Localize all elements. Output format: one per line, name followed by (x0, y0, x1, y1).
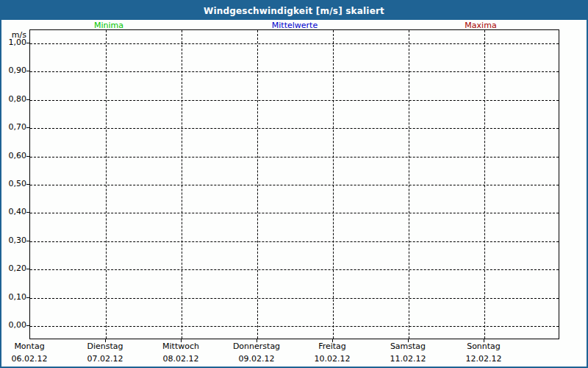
gridline-horizontal (30, 185, 559, 185)
y-axis-tick (26, 127, 29, 128)
gridline-horizontal (30, 213, 559, 213)
x-category-label: Dienstag07.02.12 (87, 341, 123, 365)
y-tick-label: 0,70 (1, 122, 26, 132)
gridline-horizontal (30, 298, 559, 299)
y-tick-label: 0,30 (1, 236, 26, 245)
x-date-label: 08.02.12 (162, 353, 199, 365)
x-date-label: 07.02.12 (87, 353, 123, 365)
x-axis-tick (257, 339, 257, 342)
gridline-vertical (484, 30, 485, 339)
y-axis-tick (26, 297, 29, 298)
x-category-label: Mittwoch08.02.12 (162, 341, 199, 365)
gridline-horizontal (30, 128, 559, 129)
x-date-label: 10.02.12 (315, 353, 351, 365)
y-axis-tick (26, 241, 29, 241)
gridline-horizontal (30, 71, 559, 72)
chart-title-bar: Windgeschwindigkeit [m/s] skaliert (1, 1, 587, 20)
x-day-label: Sonntag (467, 342, 501, 351)
x-axis-tick (332, 339, 333, 342)
y-tick-label: 0,00 (1, 320, 26, 330)
y-tick-label: 0,60 (1, 151, 26, 160)
x-axis-tick (484, 339, 484, 342)
chart-title: Windgeschwindigkeit [m/s] skaliert (204, 6, 384, 16)
y-axis-tick (26, 212, 29, 213)
gridline-vertical (409, 30, 409, 339)
y-axis-tick (26, 99, 29, 100)
y-axis-tick (26, 325, 29, 326)
gridline-horizontal (30, 43, 559, 44)
y-tick-label: 0,40 (1, 207, 26, 216)
y-tick-label: 0,10 (1, 292, 26, 302)
y-tick-label: 0,80 (1, 94, 26, 104)
y-axis-tick (26, 184, 29, 185)
y-axis-tick (26, 156, 29, 157)
x-axis-tick (408, 339, 409, 342)
gridline-horizontal (30, 269, 559, 270)
x-axis-tick (181, 339, 182, 342)
y-tick-label: 0,90 (1, 66, 26, 75)
x-category-label: Sonntag12.02.12 (466, 341, 502, 365)
y-axis-tick (26, 71, 29, 71)
x-day-label: Donnerstag (233, 342, 280, 351)
x-date-label: 11.02.12 (390, 353, 426, 365)
y-axis-tick (26, 43, 29, 43)
gridline-horizontal (30, 241, 559, 242)
x-category-label: Freitag10.02.12 (315, 341, 351, 365)
gridline-vertical (333, 30, 334, 339)
chart-window: Windgeschwindigkeit [m/s] skaliert Minim… (0, 0, 588, 368)
x-date-label: 12.02.12 (466, 353, 502, 365)
x-day-label: Freitag (318, 342, 346, 351)
x-axis-tick (105, 339, 106, 342)
plot-area (29, 29, 559, 339)
x-category-label: Montag06.02.12 (12, 341, 48, 365)
x-day-label: Mittwoch (162, 342, 199, 351)
gridline-horizontal (30, 157, 559, 158)
gridline-horizontal (30, 326, 559, 327)
gridline-vertical (182, 30, 182, 339)
x-day-label: Dienstag (87, 342, 123, 351)
y-tick-label: 0,50 (1, 179, 26, 188)
y-axis-tick (26, 269, 29, 269)
gridline-vertical (257, 30, 258, 339)
x-date-label: 09.02.12 (233, 353, 280, 365)
x-day-label: Montag (14, 342, 44, 351)
x-day-label: Samstag (390, 342, 426, 351)
x-axis-labels: Montag06.02.12Dienstag07.02.12Mittwoch08… (29, 341, 559, 367)
gridline-horizontal (30, 100, 559, 101)
x-category-label: Samstag11.02.12 (390, 341, 426, 365)
y-tick-label: 0,20 (1, 263, 26, 273)
x-date-label: 06.02.12 (12, 353, 48, 365)
gridline-vertical (106, 30, 107, 339)
x-category-label: Donnerstag09.02.12 (233, 341, 280, 365)
y-tick-label: 1,00 (1, 38, 26, 47)
